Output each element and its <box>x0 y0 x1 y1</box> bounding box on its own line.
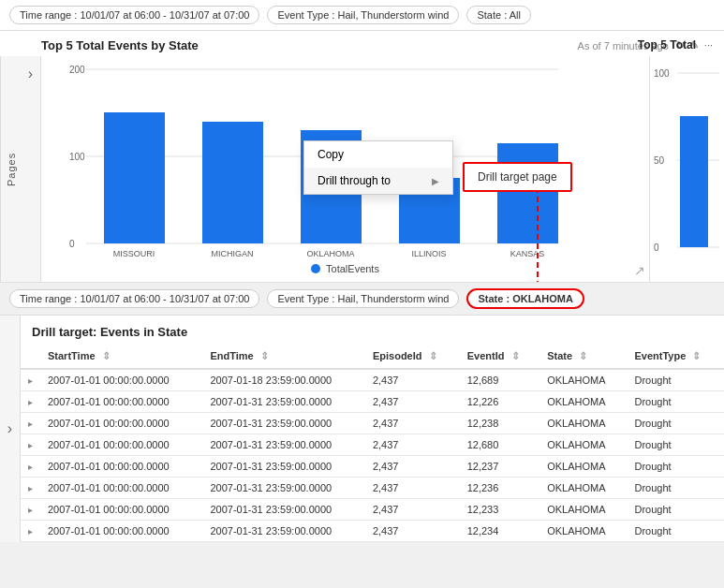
bottom-event-type-pill[interactable]: Event Type : Hail, Thunderstorm wind <box>267 289 459 308</box>
row-expand-btn[interactable]: ▸ <box>21 456 40 478</box>
drill-label: Drill through to <box>318 174 391 187</box>
svg-text:MISSOURI: MISSOURI <box>113 249 155 257</box>
bottom-time-range-pill[interactable]: Time range : 10/01/07 at 06:00 - 10/31/0… <box>9 289 259 308</box>
cell-episodeid: 2,437 <box>365 369 460 391</box>
drill-target-box[interactable]: Drill target page <box>463 162 572 192</box>
table-row[interactable]: ▸ 2007-01-01 00:00:00.0000 2007-01-31 23… <box>21 456 724 478</box>
table-row[interactable]: ▸ 2007-01-01 00:00:00.0000 2007-01-18 23… <box>21 369 724 391</box>
submenu-arrow-icon: ▶ <box>432 176 439 186</box>
table-row[interactable]: ▸ 2007-01-01 00:00:00.0000 2007-01-31 23… <box>21 413 724 434</box>
cell-starttime: 2007-01-01 00:00:00.0000 <box>40 434 202 456</box>
y-label-0: 0 <box>69 239 75 249</box>
bar-michigan[interactable] <box>202 122 263 243</box>
top-filter-bar: Time range : 10/01/07 at 06:00 - 10/31/0… <box>0 0 724 31</box>
col-endtime-header[interactable]: EndTime ⇕ <box>202 345 364 369</box>
cell-episodeid: 2,437 <box>365 413 460 434</box>
col-starttime-header[interactable]: StartTime ⇕ <box>40 345 202 369</box>
cell-episodeid: 2,437 <box>365 499 460 521</box>
sort-state-icon[interactable]: ⇕ <box>579 350 587 361</box>
row-expand-btn[interactable]: ▸ <box>21 391 40 413</box>
cell-starttime: 2007-01-01 00:00:00.0000 <box>40 499 202 521</box>
bar-missouri[interactable] <box>104 112 165 243</box>
state-pill[interactable]: State : All <box>466 6 530 24</box>
table-row[interactable]: ▸ 2007-01-01 00:00:00.0000 2007-01-31 23… <box>21 499 724 521</box>
row-expand-btn[interactable]: ▸ <box>21 434 40 456</box>
sort-eventid-icon[interactable]: ⇕ <box>511 350 520 361</box>
cell-episodeid: 2,437 <box>365 456 460 478</box>
cell-starttime: 2007-01-01 00:00:00.0000 <box>40 478 202 499</box>
cell-eventid: 12,236 <box>460 478 540 499</box>
row-expand-btn[interactable]: ▸ <box>21 413 40 434</box>
cell-eventtype: Drought <box>628 521 724 542</box>
table-row[interactable]: ▸ 2007-01-01 00:00:00.0000 2007-01-31 23… <box>21 521 724 542</box>
cell-starttime: 2007-01-01 00:00:00.0000 <box>40 391 202 413</box>
row-expand-btn[interactable]: ▸ <box>21 478 40 499</box>
cell-eventtype: Drought <box>628 499 724 521</box>
col-eventtype-header[interactable]: EventType ⇕ <box>628 345 724 369</box>
cell-eventtype: Drought <box>628 456 724 478</box>
sort-starttime-icon[interactable]: ⇕ <box>102 350 111 361</box>
svg-text:0: 0 <box>654 243 659 253</box>
bottom-state-pill[interactable]: State : OKLAHOMA <box>466 288 584 309</box>
svg-text:KANSAS: KANSAS <box>510 249 545 257</box>
y-label-100: 100 <box>69 152 85 162</box>
svg-text:ILLINOIS: ILLINOIS <box>411 249 446 257</box>
more-icon[interactable]: ··· <box>704 39 713 51</box>
cell-state: OKLAHOMA <box>539 369 627 391</box>
cell-endtime: 2007-01-31 23:59:00.0000 <box>202 499 364 521</box>
cell-eventid: 12,238 <box>460 413 540 434</box>
sort-endtime-icon[interactable]: ⇕ <box>260 350 269 361</box>
col-state-header[interactable]: State ⇕ <box>539 345 627 369</box>
table-row[interactable]: ▸ 2007-01-01 00:00:00.0000 2007-01-31 23… <box>21 478 724 499</box>
chart-expand-icon[interactable]: ↗ <box>634 263 645 278</box>
svg-text:50: 50 <box>654 155 665 166</box>
cell-episodeid: 2,437 <box>365 391 460 413</box>
col-expand-header <box>21 345 40 369</box>
context-menu-copy[interactable]: Copy <box>304 141 452 168</box>
pages-sidebar-label: Pages <box>0 56 21 282</box>
sort-episodeid-icon[interactable]: ⇕ <box>429 350 437 361</box>
chart-section: Top 5 Total Events by State As of 7 minu… <box>0 31 724 283</box>
chart-title: Top 5 Total Events by State <box>41 38 199 52</box>
cell-starttime: 2007-01-01 00:00:00.0000 <box>40 456 202 478</box>
context-menu-drill[interactable]: Drill through to ▶ <box>304 168 452 194</box>
right-partial-chart: 100 50 0 <box>649 56 724 282</box>
bottom-filter-bar: Time range : 10/01/07 at 06:00 - 10/31/0… <box>0 283 724 316</box>
cell-state: OKLAHOMA <box>539 413 627 434</box>
table-row[interactable]: ▸ 2007-01-01 00:00:00.0000 2007-01-31 23… <box>21 391 724 413</box>
chart-area: Pages › 200 100 0 MISSOURI <box>0 56 724 282</box>
cell-eventtype: Drought <box>628 391 724 413</box>
sort-eventtype-icon[interactable]: ⇕ <box>692 350 701 361</box>
cell-state: OKLAHOMA <box>539 456 627 478</box>
table-row[interactable]: ▸ 2007-01-01 00:00:00.0000 2007-01-31 23… <box>21 434 724 456</box>
table-body: ▸ 2007-01-01 00:00:00.0000 2007-01-18 23… <box>21 369 724 542</box>
right-chart-svg: 100 50 0 <box>654 64 719 260</box>
col-episodeid-header[interactable]: EpisodeId ⇕ <box>365 345 460 369</box>
col-eventid-header[interactable]: EventId ⇕ <box>460 345 540 369</box>
cell-endtime: 2007-01-31 23:59:00.0000 <box>202 391 364 413</box>
event-type-pill[interactable]: Event Type : Hail, Thunderstorm wind <box>267 6 459 24</box>
copy-label: Copy <box>318 148 344 161</box>
table-title: Drill target: Events in State <box>21 316 724 345</box>
bar-kansas[interactable] <box>497 143 558 243</box>
cell-state: OKLAHOMA <box>539 434 627 456</box>
cell-starttime: 2007-01-01 00:00:00.0000 <box>40 521 202 542</box>
cell-eventtype: Drought <box>628 478 724 499</box>
chart-container: 200 100 0 MISSOURI MICHIGAN O <box>41 56 649 282</box>
page-nav-left-arrow-2[interactable]: › <box>0 316 21 542</box>
cell-endtime: 2007-01-31 23:59:00.0000 <box>202 456 364 478</box>
cell-starttime: 2007-01-01 00:00:00.0000 <box>40 369 202 391</box>
row-expand-btn[interactable]: ▸ <box>21 521 40 542</box>
row-expand-btn[interactable]: ▸ <box>21 499 40 521</box>
cell-episodeid: 2,437 <box>365 434 460 456</box>
cell-eventtype: Drought <box>628 434 724 456</box>
cell-endtime: 2007-01-31 23:59:00.0000 <box>202 478 364 499</box>
page-nav-left-arrow[interactable]: › <box>21 56 41 282</box>
cell-eventtype: Drought <box>628 369 724 391</box>
drill-table: StartTime ⇕ EndTime ⇕ EpisodeId ⇕ EventI… <box>21 345 724 542</box>
row-expand-btn[interactable]: ▸ <box>21 369 40 391</box>
svg-text:MICHIGAN: MICHIGAN <box>212 249 254 257</box>
cell-eventid: 12,689 <box>460 369 540 391</box>
time-range-pill[interactable]: Time range : 10/01/07 at 06:00 - 10/31/0… <box>9 6 259 24</box>
cell-endtime: 2007-01-18 23:59:00.0000 <box>202 369 364 391</box>
